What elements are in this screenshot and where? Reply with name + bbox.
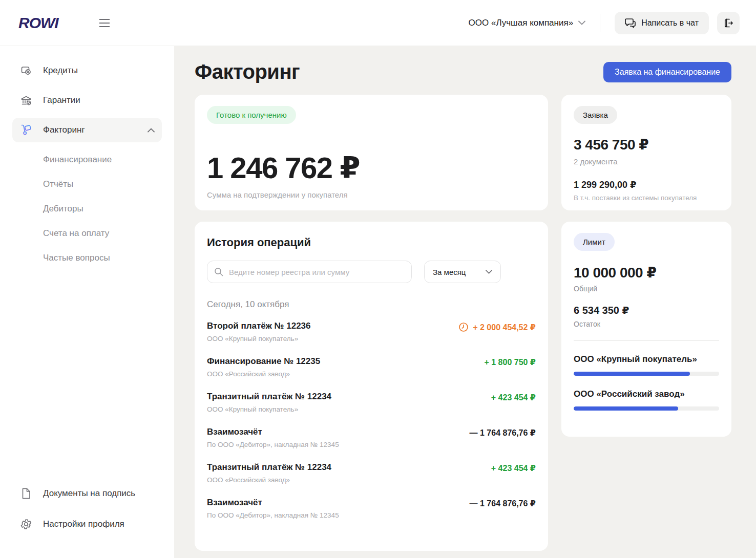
operation-info: Транзитный платёж № 12234 ООО «Российски… xyxy=(207,462,331,484)
request-badge: Заявка xyxy=(574,106,617,124)
operation-subtitle: ООО «Российский завод» xyxy=(207,370,320,378)
sidebar-footer: Документы на подпись Настройки профиля xyxy=(12,481,162,543)
sidebar-item-label: Настройки профиля xyxy=(43,519,124,529)
operation-title: Второй платёж № 12236 xyxy=(207,321,311,331)
operation-title: Транзитный платёж № 12234 xyxy=(207,392,331,402)
debtor-progress-track xyxy=(574,406,719,411)
sidebar-subitem-debtors[interactable]: Дебиторы xyxy=(12,197,162,221)
debtor-limit-item: ООО «Крупный покупатель» xyxy=(574,354,719,376)
sidebar-item-credits[interactable]: Кредиты xyxy=(12,58,162,83)
limit-badge: Лимит xyxy=(574,233,615,251)
ready-amount-value: 1 246 762 ₽ xyxy=(207,151,536,185)
debtors-list: ООО «Крупный покупатель» ООО «Российский… xyxy=(574,354,719,411)
limit-total-amount: 10 000 000 ₽ xyxy=(574,264,719,281)
operations-list: Второй платёж № 12236 ООО «Крупный покуп… xyxy=(207,314,536,526)
credit-percent-icon xyxy=(19,64,33,77)
header-divider xyxy=(600,14,600,32)
factoring-submenu: Финансирование Отчёты Дебиторы Счета на … xyxy=(12,147,162,270)
limit-remaining-amount: 6 534 350 ₽ xyxy=(574,304,719,316)
operation-amount: + 423 454 ₽ xyxy=(491,463,536,473)
debtor-progress-fill xyxy=(574,372,690,376)
document-icon xyxy=(19,487,33,500)
app-window: ROWI ООО «Лучшая компания» Написать в ча… xyxy=(0,0,756,558)
top-bar: ROWI ООО «Лучшая компания» Написать в ча… xyxy=(0,0,756,46)
operation-row[interactable]: Взаимозачёт По ООО «Дебитор», накладная … xyxy=(207,490,536,526)
operation-amount-value: + 423 454 ₽ xyxy=(491,463,536,473)
history-title: История операций xyxy=(207,236,536,249)
operation-info: Взаимозачёт По ООО «Дебитор», накладная … xyxy=(207,498,339,519)
operation-amount-value: + 423 454 ₽ xyxy=(491,393,536,402)
sidebar-subitem-reports[interactable]: Отчёты xyxy=(12,172,162,197)
request-amount: 3 456 750 ₽ xyxy=(574,136,719,153)
sidebar-item-label: Кредиты xyxy=(43,66,78,76)
operation-title: Транзитный платёж № 12234 xyxy=(207,462,331,473)
header-actions: ООО «Лучшая компания» Написать в чат xyxy=(469,12,740,34)
history-filters: За месяц xyxy=(207,261,536,283)
operation-info: Транзитный платёж № 12234 ООО «Крупный п… xyxy=(207,392,331,413)
sidebar-subitem-faq[interactable]: Частые вопросы xyxy=(12,246,162,270)
debtor-name: ООО «Крупный покупатель» xyxy=(574,354,719,364)
hamburger-icon xyxy=(99,19,110,27)
operation-subtitle: ООО «Крупный покупатель» xyxy=(207,335,311,342)
chat-button-label: Написать в чат xyxy=(641,18,699,28)
company-selector[interactable]: ООО «Лучшая компания» xyxy=(469,18,586,28)
operation-row[interactable]: Финансирование № 12235 ООО «Российский з… xyxy=(207,349,536,384)
sidebar-subitem-invoices[interactable]: Счета на оплату xyxy=(12,221,162,246)
limit-total-caption: Общий xyxy=(574,285,719,293)
sidebar-item-documents-to-sign[interactable]: Документы на подпись xyxy=(12,481,162,506)
operation-subtitle: По ООО «Дебитор», накладная № 12345 xyxy=(207,511,339,519)
limit-remaining-caption: Остаток xyxy=(574,320,719,328)
gear-icon xyxy=(19,518,33,531)
search-box xyxy=(207,261,412,283)
ready-amount-card: Готово к получению 1 246 762 ₽ Сумма на … xyxy=(195,95,548,210)
debtor-limit-item: ООО «Российский завод» xyxy=(574,389,719,411)
operation-row[interactable]: Второй платёж № 12236 ООО «Крупный покуп… xyxy=(207,314,536,349)
logout-icon xyxy=(723,17,734,29)
operation-amount-value: — 1 764 876,76 ₽ xyxy=(470,499,536,508)
operation-title: Взаимозачёт xyxy=(207,498,339,508)
logout-button[interactable] xyxy=(717,12,740,34)
sidebar-item-profile-settings[interactable]: Настройки профиля xyxy=(12,512,162,536)
open-chat-button[interactable]: Написать в чат xyxy=(615,12,709,34)
operation-amount: — 1 764 876,76 ₽ xyxy=(470,499,536,508)
limit-divider xyxy=(574,340,719,341)
limit-card: Лимит 10 000 000 ₽ Общий 6 534 350 ₽ Ост… xyxy=(561,222,731,437)
period-filter-value: За месяц xyxy=(433,268,466,276)
operation-info: Взаимозачёт По ООО «Дебитор», накладная … xyxy=(207,427,339,448)
debtor-name: ООО «Российский завод» xyxy=(574,389,719,399)
search-input[interactable] xyxy=(207,261,412,283)
operation-subtitle: ООО «Крупный покупатель» xyxy=(207,405,331,413)
sidebar-item-factoring[interactable]: Факторинг xyxy=(12,118,162,142)
operation-row[interactable]: Транзитный платёж № 12234 ООО «Крупный п… xyxy=(207,384,536,420)
request-secondary-amount: 1 299 290,00 ₽ xyxy=(574,179,719,190)
sidebar-item-guarantees[interactable]: Гарантии xyxy=(12,88,162,113)
bank-check-icon xyxy=(19,94,33,107)
chevron-down-icon xyxy=(486,270,492,274)
financing-request-button[interactable]: Заявка на финансирование xyxy=(603,62,731,82)
operation-amount-value: + 2 000 454,52 ₽ xyxy=(473,323,536,332)
operation-row[interactable]: Транзитный платёж № 12234 ООО «Российски… xyxy=(207,455,536,490)
operation-info: Финансирование № 12235 ООО «Российский з… xyxy=(207,356,320,378)
rowi-logo: ROWI xyxy=(18,14,58,32)
operation-amount: + 423 454 ₽ xyxy=(491,393,536,402)
chevron-up-icon xyxy=(148,128,155,133)
request-card: Заявка 3 456 750 ₽ 2 документа 1 299 290… xyxy=(561,95,731,210)
company-name: ООО «Лучшая компания» xyxy=(469,18,574,28)
date-group-label: Сегодня, 10 октября xyxy=(207,299,536,310)
period-filter-select[interactable]: За месяц xyxy=(424,261,501,283)
operation-amount: + 2 000 454,52 ₽ xyxy=(458,322,536,332)
operation-row[interactable]: Взаимозачёт По ООО «Дебитор», накладная … xyxy=(207,420,536,455)
sidebar: Кредиты Гарантии xyxy=(0,46,174,558)
page-header: Факторинг Заявка на финансирование xyxy=(195,60,731,83)
operations-history-card: История операций За месяц Сегодня, xyxy=(195,222,548,551)
chat-icon xyxy=(625,18,636,28)
operation-amount-value: + 1 800 750 ₽ xyxy=(484,357,536,367)
pending-clock-icon xyxy=(458,322,469,332)
operation-info: Второй платёж № 12236 ООО «Крупный покуп… xyxy=(207,321,311,342)
menu-toggle-button[interactable] xyxy=(97,16,112,30)
chevron-down-icon xyxy=(578,20,585,25)
operation-amount: — 1 764 876,76 ₽ xyxy=(470,428,536,438)
sidebar-subitem-financing[interactable]: Финансирование xyxy=(12,147,162,172)
operation-title: Финансирование № 12235 xyxy=(207,356,320,367)
operation-subtitle: ООО «Российский завод» xyxy=(207,476,331,484)
